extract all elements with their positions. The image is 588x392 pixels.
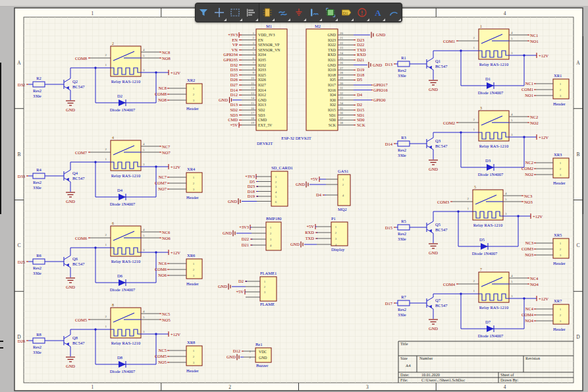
net-label: NC3 (524, 194, 532, 198)
pin-number: 38 (340, 121, 344, 125)
grid-ref: B (17, 152, 20, 157)
selection-icon[interactable] (227, 3, 243, 22)
designator: P1 (331, 216, 336, 221)
designator: XR6 (187, 253, 196, 258)
filter-icon[interactable] (196, 3, 211, 22)
net-label: D13 (230, 102, 238, 107)
grid-ref: B (576, 152, 579, 157)
place-wire-icon[interactable] (275, 3, 291, 22)
net-label: COM4 (521, 312, 534, 317)
net-label: D21 (242, 242, 249, 247)
designator: Bz1 (255, 342, 262, 347)
comment: Header (553, 181, 566, 185)
grid-ref: 3 (366, 384, 369, 390)
pin-name: IO22 (328, 43, 336, 47)
comment: MQ2 (338, 207, 347, 211)
designator: D8 (117, 355, 122, 360)
power-port-icon[interactable] (307, 3, 323, 22)
net-label: D26 (18, 339, 26, 343)
power-label: +3V3 (245, 174, 255, 179)
align-icon[interactable] (243, 3, 259, 22)
pin-number: 20 (340, 32, 344, 35)
net-label: NO6 (162, 236, 171, 240)
net-label: NO3 (524, 200, 533, 204)
net-label: NO3 (525, 252, 533, 257)
gnd-label: GND (66, 364, 75, 368)
pin-number: 30 (340, 82, 344, 85)
comment: Diode 1N4007 (478, 90, 504, 95)
caret (224, 18, 227, 21)
designator: Q7 (435, 298, 441, 302)
comment: Relay RAS-1210 (479, 305, 509, 310)
grid-ref: C (17, 242, 20, 248)
value: 330e (398, 237, 406, 241)
pin-name: VDD_3V3 (258, 33, 275, 37)
designator: XR1 (554, 73, 562, 78)
designator: XR3 (554, 152, 562, 157)
grid-ref: 4 (504, 384, 506, 390)
net-label: D5 (357, 77, 362, 82)
caret (367, 18, 369, 21)
bmp180-body[interactable] (266, 222, 281, 250)
schematic-canvas[interactable]: 11223344AABBCCDDTitleSizeA4NumberRevisio… (0, 0, 588, 392)
comment: Relay RAS-1210 (479, 144, 509, 148)
comment: Header (553, 327, 566, 331)
net-label: NC1 (525, 81, 533, 86)
pin-name: IO15 (328, 108, 336, 112)
net-label: NO8 (162, 56, 171, 61)
annotate-icon[interactable]: D1 (338, 3, 354, 22)
sd_card-body[interactable] (271, 171, 288, 206)
designator: Q3 (435, 138, 441, 143)
net-label: NO1 (525, 93, 533, 98)
gnd-port-icon[interactable] (291, 3, 307, 22)
pin-name: IO18 (328, 73, 336, 77)
no-erc-icon[interactable] (354, 3, 370, 22)
net-label: NC7 (162, 144, 171, 149)
designator: Q5 (435, 222, 441, 227)
relay-designator: 4 (112, 136, 114, 140)
comment: Header (553, 101, 566, 106)
comment: BC547 (72, 341, 85, 345)
net-label: D15 (385, 225, 392, 230)
place-part-icon[interactable] (259, 3, 275, 22)
gnd-label: GND (429, 250, 438, 255)
text-icon[interactable]: A (370, 3, 386, 22)
grid-ref: 4 (504, 11, 506, 16)
net-label: NC6 (159, 261, 167, 266)
gas-body[interactable] (338, 175, 350, 206)
net-label: SD3 (230, 113, 238, 117)
value: 330e (398, 153, 406, 157)
net-label: D25 (18, 260, 25, 264)
net-label: D4 (357, 92, 363, 97)
net-label: D25 (230, 72, 238, 77)
pin-number: 10 (251, 76, 255, 80)
net-label: NC5 (162, 312, 170, 316)
component-icon[interactable] (323, 3, 338, 22)
grid-ref: 2 (228, 384, 231, 390)
net-label: COM5 (75, 318, 87, 322)
power-label: +12V (539, 135, 548, 140)
crosshair-icon[interactable] (211, 3, 227, 22)
net-label: COM7 (75, 150, 88, 155)
net-label: D12 (230, 92, 238, 97)
net-label: COM1 (521, 87, 533, 92)
power-label: +12V (533, 214, 543, 219)
pin-number: 37 (340, 117, 344, 120)
gnd-label: GND (429, 326, 438, 331)
display-body[interactable] (331, 222, 348, 246)
revision-label: Revision (525, 356, 540, 360)
net-label: SD0 (357, 117, 365, 122)
caret (383, 18, 385, 21)
flame-body[interactable] (260, 277, 277, 301)
comment: Display (331, 247, 345, 252)
designator: Q6 (72, 256, 78, 261)
caret (255, 18, 258, 21)
size-label: Size (400, 356, 408, 360)
net-label: NC5 (159, 348, 167, 352)
arc-icon[interactable] (386, 3, 402, 22)
designator: R7 (401, 294, 406, 299)
net-label: D2 (357, 102, 362, 107)
title-label: Title (400, 341, 408, 346)
designator: Q4 (72, 171, 78, 175)
designator: Q2 (72, 79, 78, 84)
